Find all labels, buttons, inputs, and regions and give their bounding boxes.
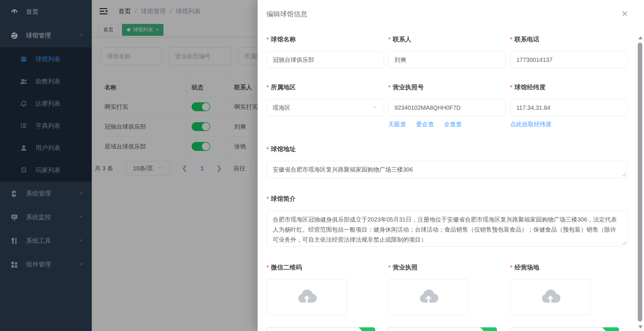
- required-mark: *: [266, 36, 269, 43]
- field-label-coordinates: * 球馆经纬度: [510, 83, 628, 91]
- label-text: 营业执照号: [393, 83, 424, 91]
- license-number-input[interactable]: 92340102MA8QHH0F7D: [388, 99, 506, 116]
- scroll-up-arrow-icon[interactable]: [638, 36, 643, 39]
- label-text: 球馆名称: [271, 35, 296, 43]
- required-mark: *: [510, 36, 513, 43]
- label-text: 球馆经纬度: [514, 83, 545, 91]
- label-text: 微信二维码: [271, 263, 302, 272]
- edit-venue-drawer: 编辑球馆信息 * 球馆名称 * 联系人 * 联系电话: [258, 0, 644, 331]
- cloud-upload-icon: [417, 286, 439, 309]
- close-icon[interactable]: [621, 10, 630, 19]
- check-icon: ✓: [368, 330, 372, 331]
- chevron-down-icon: [372, 104, 378, 112]
- label-text: 经营场地: [514, 263, 539, 272]
- check-icon: ✓: [611, 330, 616, 331]
- field-label-address: * 球馆地址: [266, 145, 628, 153]
- business-license-upload-dropzone[interactable]: [388, 279, 469, 315]
- field-label-contact: * 联系人: [388, 35, 506, 43]
- field-label-intro: * 球馆简介: [266, 195, 628, 203]
- label-text: 所属地区: [271, 83, 296, 91]
- resize-grip-icon[interactable]: [622, 172, 626, 176]
- label-text: 联系电话: [514, 35, 539, 43]
- uploaded-file-card[interactable]: 微信图片_20... ✓: [388, 327, 497, 331]
- license-lookup-links: 天眼查 爱企查 企查查: [388, 120, 506, 128]
- field-label-region: * 所属地区: [266, 83, 384, 91]
- field-label-venue-name: * 球馆名称: [266, 35, 384, 43]
- required-mark: *: [266, 264, 269, 271]
- field-label-business-license: * 营业执照: [388, 263, 506, 272]
- uploaded-file-card[interactable]: 3.png ✓: [510, 327, 619, 331]
- field-label-license: * 营业执照号: [388, 83, 506, 91]
- intro-value: 合肥市瑶海区冠驰健身俱乐部成立于2023年05月31日，注册地位于安徽省合肥市瑶…: [273, 216, 617, 243]
- required-mark: *: [388, 84, 391, 91]
- required-mark: *: [510, 264, 513, 271]
- phone-input[interactable]: 17730014137: [510, 51, 628, 68]
- wechat-qr-upload-dropzone[interactable]: [266, 279, 347, 315]
- label-text: 联系人: [393, 35, 411, 43]
- venue-name-input[interactable]: 冠驰台球俱乐部: [266, 51, 384, 68]
- required-mark: *: [388, 264, 391, 271]
- qichacha-link[interactable]: 企查查: [444, 120, 462, 128]
- drawer-title: 编辑球馆信息: [266, 9, 307, 19]
- coordinates-input[interactable]: 117.34,31.84: [510, 99, 628, 116]
- scrollbar-thumb[interactable]: [638, 43, 642, 322]
- tianyancha-link[interactable]: 天眼查: [388, 120, 406, 128]
- app-window: 首页 球馆管理 球馆列表 助教列表: [0, 0, 644, 331]
- required-mark: *: [266, 146, 269, 153]
- check-icon: ✓: [489, 330, 494, 331]
- label-text: 球馆简介: [271, 195, 296, 203]
- cloud-upload-icon: [539, 286, 561, 309]
- aiqicha-link[interactable]: 爱企查: [416, 120, 434, 128]
- field-label-wechat-qr: * 微信二维码: [266, 263, 384, 272]
- intro-textarea[interactable]: 合肥市瑶海区冠驰健身俱乐部成立于2023年05月31日，注册地位于安徽省合肥市瑶…: [266, 211, 628, 247]
- address-value: 安徽省合肥市瑶海区复兴路聚福家园购物广场三楼306: [273, 164, 413, 175]
- upload-success-badge: [480, 327, 497, 331]
- contact-input[interactable]: 刘爽: [388, 51, 506, 68]
- field-label-phone: * 联系电话: [510, 35, 628, 43]
- pick-coordinates-link[interactable]: 点此拾取经纬度: [510, 120, 552, 128]
- label-text: 球馆地址: [271, 145, 296, 153]
- region-select[interactable]: 瑶海区: [266, 99, 384, 116]
- required-mark: *: [510, 84, 513, 91]
- field-label-premises: * 经营场地: [510, 263, 628, 272]
- uploaded-file-card[interactable]: 微信图片_20... ✓: [266, 327, 375, 331]
- cloud-upload-icon: [296, 286, 318, 309]
- premises-upload-dropzone[interactable]: [510, 279, 591, 315]
- upload-success-badge: [358, 327, 375, 331]
- drawer-scrollbar[interactable]: [638, 36, 642, 329]
- address-textarea[interactable]: 安徽省合肥市瑶海区复兴路聚福家园购物广场三楼306: [266, 161, 628, 178]
- label-text: 营业执照: [393, 263, 417, 272]
- resize-grip-icon[interactable]: [622, 241, 626, 245]
- required-mark: *: [266, 196, 269, 202]
- drawer-header: 编辑球馆信息: [258, 0, 644, 19]
- required-mark: *: [388, 36, 391, 43]
- scroll-down-arrow-icon[interactable]: [638, 325, 643, 329]
- region-selected-value: 瑶海区: [273, 104, 290, 112]
- required-mark: *: [266, 84, 269, 91]
- drawer-body: * 球馆名称 * 联系人 * 联系电话 冠驰台球俱乐部 刘爽 177300141…: [258, 19, 644, 331]
- upload-success-badge: [602, 327, 619, 331]
